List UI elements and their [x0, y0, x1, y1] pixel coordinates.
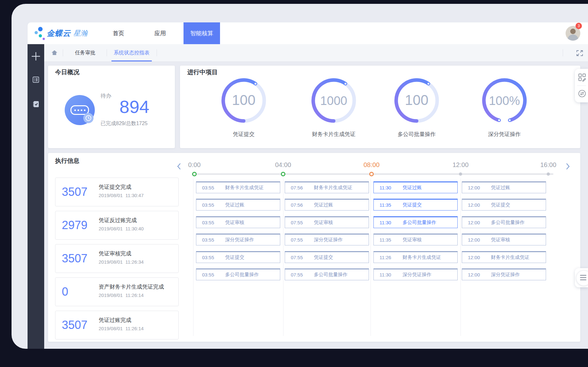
item-time: 07:56	[291, 202, 314, 208]
item-label: 凭证提交	[314, 254, 333, 260]
timeline-dot-12:00[interactable]	[459, 172, 462, 176]
column-divider	[193, 179, 193, 336]
stat-card-3[interactable]: 3507凭证审核完成2019/08/01 11:26:34	[55, 244, 179, 273]
item-label: 凭证提交	[225, 254, 244, 260]
nav-item-3[interactable]: 智能核算	[184, 22, 220, 44]
item-time: 12:00	[468, 272, 491, 277]
stat-timestamp: 2019/08/01 11:26:14	[99, 292, 144, 298]
timeline-item[interactable]: 03:55凭证过账	[196, 199, 280, 211]
item-time: 03:55	[202, 185, 225, 190]
item-time: 11:35	[380, 202, 403, 208]
today-card-title: 今日概况	[55, 68, 79, 76]
gauge-label: 深分凭证操作	[480, 131, 528, 138]
timeline-item[interactable]: 03:55多公司批量操作	[196, 268, 280, 280]
item-label: 财务卡片生成凭证	[403, 254, 441, 260]
gauge-财务卡片生成凭证: 1000财务卡片生成凭证	[310, 76, 358, 142]
item-label: 多公司批量操作	[314, 272, 347, 278]
nav-item-1[interactable]: 首页	[107, 22, 130, 44]
today-summary: 已完成829/总数1725	[101, 120, 148, 127]
item-label: 深分凭证操作	[491, 272, 520, 278]
item-label: 财务卡片生成凭证	[491, 254, 529, 260]
list-icon[interactable]	[28, 76, 44, 84]
timeline-item[interactable]: 11:30多公司批量操作	[373, 216, 458, 228]
item-time: 12:00	[468, 237, 491, 243]
task-check-icon[interactable]	[28, 100, 44, 108]
item-time: 03:55	[202, 272, 225, 277]
tab-1[interactable]: 任务审批	[69, 44, 102, 61]
timeline-item[interactable]: 07:55多公司批量操作	[285, 268, 369, 280]
stat-value: 0	[62, 278, 68, 306]
stat-value: 3507	[62, 311, 87, 339]
item-time: 07:55	[291, 255, 314, 260]
timeline-item[interactable]: 07:56财务卡片生成凭证	[285, 181, 369, 193]
timeline-item[interactable]: 12:00凭证提交	[462, 199, 546, 211]
tab-separator	[107, 49, 107, 56]
item-time: 12:00	[468, 185, 491, 190]
fullscreen-icon[interactable]	[576, 49, 584, 59]
timeline-item[interactable]: 11:35凭证审核	[373, 234, 458, 245]
chevron-right-icon[interactable]	[566, 163, 570, 172]
menu-icon	[580, 277, 586, 278]
nav-item-2[interactable]: 应用	[149, 22, 172, 44]
stat-card-2[interactable]: 2979凭证反过账完成2019/08/01 11:30:40	[55, 211, 179, 240]
tab-separator	[157, 49, 157, 56]
item-label: 多公司批量操作	[403, 219, 436, 226]
timeline-dot-0:00[interactable]	[192, 172, 197, 176]
timeline-item[interactable]: 12:00深分凭证操作	[462, 268, 546, 280]
gauge-深分凭证操作: 100%深分凭证操作	[480, 76, 528, 142]
item-time: 03:55	[202, 202, 225, 208]
svg-text:100%: 100%	[489, 94, 520, 108]
notification-badge[interactable]: 3	[576, 23, 582, 29]
timeline-item[interactable]: 12:00凭证审核	[462, 234, 546, 245]
timeline-item[interactable]: 11:26财务卡片生成凭证	[373, 251, 458, 263]
timeline-item[interactable]: 07:56凭证过账	[285, 199, 369, 211]
home-icon[interactable]	[49, 49, 60, 57]
column-divider	[371, 179, 371, 336]
timeline-item[interactable]: 12:00财务卡片生成凭证	[462, 251, 546, 263]
active-tab-underline	[111, 60, 152, 61]
tab-separator	[563, 49, 563, 56]
timeline-item[interactable]: 07:55深分凭证操作	[285, 234, 369, 245]
item-time: 11:30	[380, 220, 403, 225]
stat-card-1[interactable]: 3507凭证提交完成2019/08/01 11:30:47	[55, 178, 179, 206]
gauge-多公司批量操作: 100多公司批量操作	[393, 76, 441, 142]
projects-card-title: 进行中项目	[187, 68, 218, 76]
stat-timestamp: 2019/08/01 11:26:34	[99, 259, 144, 265]
gauge-label: 多公司批量操作	[393, 131, 441, 138]
gauge-凭证提交: 100凭证提交	[220, 76, 268, 142]
item-label: 财务卡片生成凭证	[225, 185, 264, 191]
timeline-item[interactable]: 03:55财务卡片生成凭证	[196, 181, 280, 193]
timeline-tick-0:00: 0:00	[180, 161, 209, 169]
item-time: 12:00	[468, 220, 491, 225]
timeline-item[interactable]: 11:30深分凭证操作	[373, 268, 458, 280]
swap-icon[interactable]	[578, 89, 586, 99]
stat-timestamp: 2019/08/01 11:26:14	[99, 326, 144, 331]
menu-icon	[580, 275, 586, 276]
dashboard-edit-icon[interactable]	[578, 73, 586, 83]
timeline-item[interactable]: 12:00凭证过账	[462, 181, 546, 193]
stat-label: 凭证反过账完成	[99, 217, 137, 224]
timeline-item[interactable]: 12:00多公司批量操作	[462, 216, 546, 228]
timeline-dot-04:00[interactable]	[281, 172, 285, 176]
timeline-item[interactable]: 03:55凭证提交	[196, 251, 280, 263]
timeline-item[interactable]: 07:55凭证提交	[285, 251, 369, 263]
timeline-item[interactable]: 03:55深分凭证操作	[196, 234, 280, 245]
brand-name: 金蝶云	[47, 28, 71, 38]
timeline-item[interactable]: 11:35凭证提交	[373, 199, 458, 211]
add-icon[interactable]	[28, 51, 44, 61]
stat-card-5[interactable]: 3507凭证过账完成2019/08/01 11:26:14	[55, 311, 179, 339]
timeline-item[interactable]: 07:55凭证审核	[285, 216, 369, 228]
timeline-item[interactable]: 11:30凭证过账	[373, 181, 458, 193]
item-time: 11:35	[380, 237, 403, 243]
stat-label: 凭证过账完成	[99, 316, 131, 324]
timeline-dot-08:00[interactable]	[369, 172, 374, 176]
stat-card-4[interactable]: 0资产财务卡片生成凭证完成2019/08/01 11:26:14	[55, 277, 179, 306]
stat-timestamp: 2019/08/01 11:30:47	[99, 193, 144, 198]
panel-divider	[577, 85, 586, 86]
gauge-label: 财务卡片生成凭证	[310, 131, 358, 138]
timeline-dot-16:00[interactable]	[547, 172, 550, 176]
svg-text:100: 100	[405, 92, 428, 108]
execution-card-title: 执行信息	[55, 157, 79, 165]
timeline-item[interactable]: 03:55凭证审核	[196, 216, 280, 228]
tab-2[interactable]: 系统状态控指表	[108, 44, 156, 61]
